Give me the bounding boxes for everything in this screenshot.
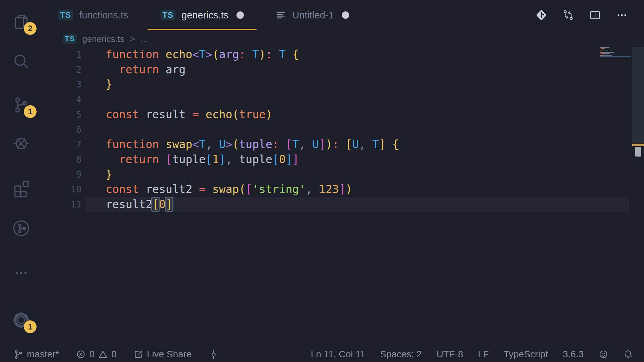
extensions-icon — [12, 179, 31, 197]
scrollbar-slider[interactable] — [632, 47, 644, 144]
line-number: 3 — [42, 77, 82, 92]
code-text: } — [106, 77, 112, 92]
open-changes-icon[interactable] — [562, 9, 574, 21]
activity-item-settings-gear[interactable]: 1 — [0, 309, 42, 331]
code-line-3[interactable]: 3} — [42, 77, 644, 92]
overview-ruler-thumb — [635, 147, 641, 157]
branch-status[interactable]: master* — [13, 349, 59, 360]
language-mode[interactable]: TypeScript — [503, 349, 548, 360]
code-line-2[interactable]: 2 return arg — [42, 62, 644, 77]
gitlens-icon — [12, 219, 31, 238]
activity-bar: 211 — [0, 0, 42, 347]
line-number: 10 — [42, 182, 82, 197]
file-text-icon — [276, 10, 286, 20]
cursor-position[interactable]: Ln 11, Col 11 — [311, 349, 365, 360]
ts-version[interactable]: 3.6.3 — [563, 349, 584, 360]
typescript-file-icon: TS — [63, 34, 77, 44]
code-line-1[interactable]: 1function echo<T>(arg: T): T { — [42, 47, 644, 62]
status-label: 0 — [89, 349, 95, 360]
tab-label: Untitled-1 — [292, 10, 334, 21]
line-number: 2 — [42, 62, 82, 77]
status-label: TypeScript — [503, 349, 548, 360]
code-line-4[interactable]: 4 — [42, 92, 644, 107]
minimap-current-line — [600, 56, 631, 57]
line-number: 11 — [42, 197, 82, 212]
code-text: return [tuple[1], tuple[0]] — [106, 152, 299, 167]
modified-indicator[interactable] — [342, 11, 349, 19]
breadcrumb-file[interactable]: generics.ts — [82, 34, 124, 44]
chevron-right-icon: > — [130, 34, 135, 44]
typescript-file-icon: TS — [160, 10, 175, 20]
typescript-file-icon: TS — [58, 10, 73, 20]
code-text: function echo<T>(arg: T): T { — [106, 47, 299, 62]
code-editor[interactable]: 1function echo<T>(arg: T): T {2 return a… — [42, 47, 644, 212]
status-bar-right: Ln 11, Col 11Spaces: 2UTF-8LFTypeScript3… — [311, 349, 644, 360]
activity-item-source-control[interactable]: 1 — [0, 94, 42, 116]
line-number: 7 — [42, 137, 82, 152]
tab-functions.ts[interactable]: TSfunctions.ts — [42, 0, 144, 30]
indent-guide — [103, 154, 103, 166]
warning-icon — [98, 349, 108, 359]
status-label: UTF-8 — [436, 349, 463, 360]
error-icon — [76, 349, 86, 359]
code-line-10[interactable]: 10const result2 = swap(['string', 123]) — [42, 182, 644, 197]
feedback[interactable] — [598, 349, 608, 359]
line-number: 5 — [42, 107, 82, 122]
status-label: Live Share — [147, 349, 192, 360]
eol[interactable]: LF — [478, 349, 489, 360]
tab-label: functions.ts — [79, 10, 128, 21]
activity-badge: 1 — [24, 320, 37, 333]
status-label: 0 — [111, 349, 117, 360]
status-bar-left: master*00Live Share — [0, 349, 219, 360]
activity-item-search[interactable] — [0, 51, 42, 73]
activity-item-more-views[interactable] — [0, 262, 42, 284]
indent-guide — [103, 64, 103, 76]
minimap[interactable] — [600, 47, 631, 57]
overview-ruler-marker — [632, 144, 644, 146]
code-line-11[interactable]: 11result2[0] — [42, 197, 644, 212]
activity-badge: 1 — [24, 105, 37, 118]
status-bar: master*00Live Share Ln 11, Col 11Spaces:… — [0, 347, 644, 362]
status-label: master* — [27, 349, 59, 360]
live-share-status[interactable]: Live Share — [133, 349, 192, 360]
modified-indicator[interactable] — [236, 11, 244, 19]
code-line-9[interactable]: 9} — [42, 167, 644, 182]
code-line-6[interactable]: 6 — [42, 122, 644, 137]
activity-badge: 2 — [24, 22, 37, 35]
breadcrumb-more[interactable]: ... — [141, 34, 148, 44]
indentation[interactable]: Spaces: 2 — [380, 349, 422, 360]
code-text: return arg — [106, 62, 185, 77]
line-number: 4 — [42, 92, 82, 107]
activity-item-debug[interactable] — [0, 131, 42, 154]
broadcast-icon — [209, 349, 219, 359]
code-text: const result = echo(true) — [106, 107, 272, 122]
notifications[interactable] — [623, 349, 633, 359]
status-label: 3.6.3 — [563, 349, 584, 360]
split-editor-icon[interactable] — [589, 9, 601, 21]
code-line-5[interactable]: 5const result = echo(true) — [42, 107, 644, 122]
git-provider-icon[interactable] — [535, 9, 547, 21]
code-line-8[interactable]: 8 return [tuple[1], tuple[0]] — [42, 152, 644, 167]
debug-icon — [12, 133, 31, 152]
code-line-7[interactable]: 7function swap<T, U>(tuple: [T, U]): [U,… — [42, 137, 644, 152]
tab-Untitled-1[interactable]: Untitled-1 — [260, 0, 365, 30]
line-number: 9 — [42, 167, 82, 182]
status-label: LF — [478, 349, 489, 360]
smiley-icon — [598, 349, 608, 359]
line-number: 1 — [42, 47, 82, 62]
activity-item-extensions[interactable] — [0, 177, 42, 199]
activity-item-gitlens[interactable] — [0, 217, 42, 239]
encoding[interactable]: UTF-8 — [436, 349, 463, 360]
git-branch-icon — [13, 349, 23, 359]
more-views-icon — [13, 265, 29, 281]
code-text: const result2 = swap(['string', 123]) — [106, 182, 352, 197]
tab-generics.ts[interactable]: TSgenerics.ts — [144, 0, 260, 30]
session-status[interactable] — [209, 349, 219, 359]
breadcrumb: TS generics.ts > ... — [42, 30, 644, 48]
tab-label: generics.ts — [181, 10, 228, 21]
more-actions-icon[interactable] — [616, 9, 628, 21]
problems-status[interactable]: 00 — [76, 349, 116, 360]
line-number: 8 — [42, 152, 82, 167]
activity-item-files[interactable]: 2 — [0, 11, 42, 33]
editor-actions — [535, 0, 644, 30]
